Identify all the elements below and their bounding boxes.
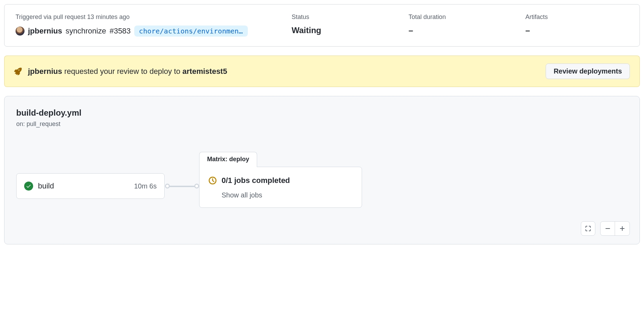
trigger-line: Triggered via pull request 13 minutes ag… <box>16 13 278 21</box>
artifacts-col: Artifacts – <box>525 13 628 37</box>
duration-col: Total duration – <box>409 13 512 37</box>
workflow-file: build-deploy.yml <box>16 108 628 118</box>
job-matrix-deploy[interactable]: Matrix: deploy 0/1 jobs completed Show a… <box>199 152 362 208</box>
trigger-action: synchronize <box>66 27 106 36</box>
artifacts-label: Artifacts <box>525 13 628 21</box>
duration-value: – <box>409 26 512 35</box>
job-build-duration: 10m 6s <box>134 182 157 190</box>
zoom-controls <box>581 221 630 236</box>
zoom-in-button[interactable] <box>615 221 630 236</box>
connector-line <box>167 186 196 187</box>
zoom-out-button[interactable] <box>601 221 615 236</box>
status-value: Waiting <box>292 26 395 35</box>
review-banner: jpbernius requested your review to deplo… <box>4 56 640 87</box>
review-deployments-button[interactable]: Review deployments <box>546 64 630 79</box>
check-circle-icon <box>24 182 33 191</box>
banner-actor[interactable]: jpbernius <box>28 67 62 76</box>
workflow-on: on: pull_request <box>16 120 628 128</box>
connector-dot <box>165 184 170 188</box>
run-summary: Triggered via pull request 13 minutes ag… <box>4 4 640 47</box>
pr-link[interactable]: #3583 <box>109 27 130 36</box>
workflow-graph[interactable]: build 10m 6s Matrix: deploy 0/1 jobs com… <box>16 152 628 228</box>
banner-mid: requested your review to deploy to <box>62 67 183 76</box>
banner-env[interactable]: artemistest5 <box>183 67 227 76</box>
actor-name[interactable]: jpbernius <box>28 27 62 36</box>
matrix-status: 0/1 jobs completed <box>222 176 290 185</box>
branch-pill[interactable]: chore/actions/environmen… <box>134 26 248 37</box>
banner-text: jpbernius requested your review to deplo… <box>28 67 539 76</box>
trigger-block: Triggered via pull request 13 minutes ag… <box>16 13 278 37</box>
clock-icon <box>208 176 217 185</box>
artifacts-value: – <box>525 26 628 35</box>
job-build-name: build <box>38 182 129 191</box>
rocket-icon <box>14 68 22 75</box>
fit-to-screen-button[interactable] <box>581 221 595 236</box>
avatar[interactable] <box>16 27 25 36</box>
duration-label: Total duration <box>409 13 512 21</box>
status-label: Status <box>292 13 395 21</box>
status-col: Status Waiting <box>292 13 395 37</box>
show-all-jobs-link[interactable]: Show all jobs <box>222 191 353 199</box>
job-build[interactable]: build 10m 6s <box>16 173 165 199</box>
matrix-tab-label: Matrix: deploy <box>199 152 257 167</box>
workflow-panel: build-deploy.yml on: pull_request build … <box>4 96 640 244</box>
connector-dot <box>194 184 199 188</box>
